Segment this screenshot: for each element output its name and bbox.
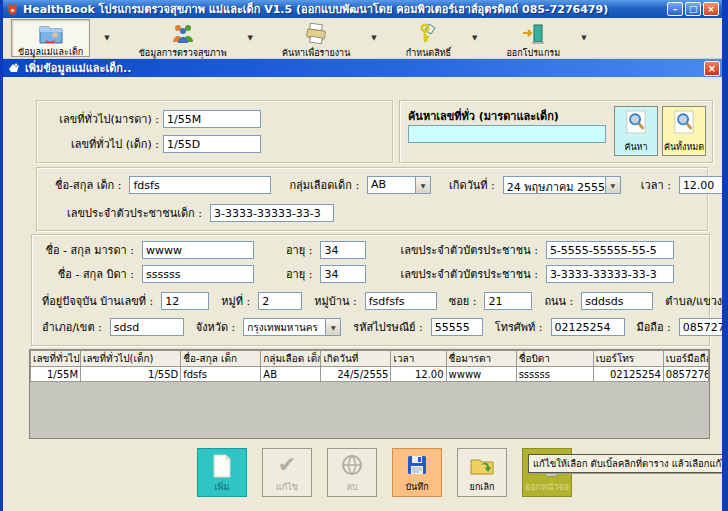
- toolbar-dropdown-icon[interactable]: ▼: [371, 34, 376, 42]
- cancel-button[interactable]: ยกเลิก: [457, 448, 507, 497]
- toolbar-dropdown-icon[interactable]: ▼: [581, 34, 586, 42]
- moo-label: หมู่ที่ :: [221, 292, 250, 310]
- mother-id-field[interactable]: [546, 241, 674, 259]
- postal-field[interactable]: [431, 318, 483, 336]
- toolbar-item-exit-program[interactable]: ออกโปรแกรม: [499, 19, 567, 57]
- grid-header: ชื่อมารดา: [446, 351, 516, 367]
- grid-cell[interactable]: 02125254: [593, 367, 663, 382]
- edit-button[interactable]: ✔ แก้ไข: [262, 448, 312, 497]
- father-id-field[interactable]: [546, 265, 674, 283]
- time-field[interactable]: [679, 176, 728, 194]
- toolbar-dropdown-icon[interactable]: ▼: [248, 34, 253, 42]
- floppy-disk-icon: [405, 453, 429, 477]
- amphoe-field[interactable]: [110, 318, 184, 336]
- search-button-label: ค้นหา: [624, 140, 647, 154]
- grid-header: เบอร์มือถือ: [663, 351, 708, 367]
- toolbar-dropdown-icon[interactable]: ▼: [104, 34, 109, 42]
- house-no-field[interactable]: [161, 292, 209, 310]
- birth-date-label: เกิดวันที่ :: [449, 176, 495, 194]
- soi-label: ซอย :: [449, 292, 477, 310]
- action-button-bar: เพิ่ม ✔ แก้ไข ลบ: [197, 448, 572, 497]
- phone-field[interactable]: [551, 318, 625, 336]
- mother-name-field[interactable]: [142, 241, 254, 259]
- exit-screen-button-label: ออกหน้าจอ: [525, 480, 569, 494]
- maximize-button[interactable]: □: [685, 2, 701, 16]
- form-window-title: เพิ่มข้อมูลแม่และเด็ก..: [25, 59, 704, 77]
- province-select[interactable]: กรุงเทพมหานคร ▼: [243, 318, 341, 336]
- father-name-field[interactable]: [142, 265, 254, 283]
- toolbar-item-mother-child-data[interactable]: ข้อมูลแม่และเด็ก: [11, 19, 90, 57]
- add-button[interactable]: เพิ่ม: [197, 448, 247, 497]
- exit-door-icon: [520, 22, 546, 46]
- grid-cell[interactable]: wwww: [446, 367, 516, 382]
- chevron-down-icon[interactable]: ▼: [605, 177, 620, 193]
- people-group-icon: [170, 22, 196, 46]
- grid-cell[interactable]: ssssss: [516, 367, 593, 382]
- add-button-label: เพิ่ม: [215, 480, 230, 494]
- village-field[interactable]: [365, 292, 437, 310]
- blood-group-value: AB: [368, 177, 415, 193]
- mother-age-field[interactable]: [320, 241, 366, 259]
- search-input[interactable]: [408, 125, 606, 143]
- grid-header: ชื่อบิดา: [516, 351, 593, 367]
- amphoe-label: อำเภอ/เขต :: [42, 318, 102, 336]
- edit-hint-note: แก้ไขให้เลือก ดับเบิ้ลคลิกที่ตาราง แล้วเ…: [528, 454, 728, 473]
- records-grid[interactable]: เลขที่ทั่วไป(มารดา) เลขที่ทั่วไป(เด็ก) ช…: [29, 349, 710, 439]
- child-number-field[interactable]: [163, 135, 261, 153]
- close-button[interactable]: ×: [703, 2, 719, 16]
- father-age-field[interactable]: [320, 265, 366, 283]
- toolbar-item-label: ค้นหาเพื่อรายงาน: [282, 46, 350, 60]
- toolbar-item-permissions[interactable]: กำหนดสิทธิ์: [399, 19, 458, 57]
- grid-cell[interactable]: 24/5/2555: [321, 367, 391, 382]
- save-button[interactable]: บันทึก: [392, 448, 442, 497]
- grid-cell[interactable]: 1/55M: [31, 367, 81, 382]
- chevron-down-icon[interactable]: ▼: [325, 319, 340, 335]
- form-area: เลขที่ทั่วไป(มารดา) : เลขที่ทั่วไป (เด็ก…: [3, 77, 722, 511]
- grid-cell[interactable]: 1/55D: [81, 367, 181, 382]
- toolbar-item-search-report[interactable]: ค้นหาเพื่อรายงาน: [275, 19, 357, 57]
- child-info-group: ชื่อ-สกุล เด็ก : กลุ่มเลือดเด็ก : AB ▼ เ…: [36, 167, 708, 231]
- father-age-label: อายุ :: [286, 265, 312, 283]
- globe-icon: [340, 453, 364, 477]
- search-button[interactable]: ค้นหา: [614, 106, 658, 156]
- grid-cell[interactable]: AB: [261, 367, 321, 382]
- check-icon: ✔: [278, 453, 296, 477]
- child-name-field[interactable]: [129, 176, 271, 194]
- form-close-button[interactable]: ×: [704, 61, 720, 76]
- blood-group-select[interactable]: AB ▼: [367, 176, 431, 194]
- road-field[interactable]: [581, 292, 653, 310]
- toolbar-item-label: ข้อมูลการตรวจสุขภาพ: [139, 46, 227, 60]
- mother-number-field[interactable]: [163, 110, 261, 128]
- mobile-field[interactable]: [679, 318, 728, 336]
- father-name-label: ชื่อ - สกุล บิดา :: [42, 265, 134, 283]
- title-bar: HealthBook โปรแกรมตรวจสุขภาพ แม่และเด็ก …: [3, 0, 722, 18]
- father-id-label: เลขประจำตัวบัตรประชาชน :: [400, 265, 537, 283]
- delete-button[interactable]: ลบ: [327, 448, 377, 497]
- child-citizen-id-label: เลขประจำตัวประชาชนเด็ก :: [67, 204, 202, 222]
- cancel-button-label: ยกเลิก: [470, 480, 495, 494]
- grid-cell[interactable]: 12.00: [391, 367, 446, 382]
- grid-header: ชื่อ-สกุล เด็ก: [181, 351, 261, 367]
- grid-cell[interactable]: fdsfs: [181, 367, 261, 382]
- toolbar-dropdown-icon[interactable]: ▼: [472, 34, 477, 42]
- blood-group-label: กลุ่มเลือดเด็ก :: [289, 176, 359, 194]
- grid-header-row: เลขที่ทั่วไป(มารดา) เลขที่ทั่วไป(เด็ก) ช…: [31, 351, 709, 367]
- main-toolbar: ข้อมูลแม่และเด็ก ▼ ข้อมูลการตรวจสุขภาพ ▼: [3, 18, 722, 59]
- birth-date-select[interactable]: 24 พฤษภาคม 2555 ▼: [503, 176, 621, 194]
- toolbar-item-health-check-data[interactable]: ข้อมูลการตรวจสุขภาพ: [132, 19, 234, 57]
- grid-cell[interactable]: 0857276479: [663, 367, 708, 382]
- grid-header: เวลา: [391, 351, 446, 367]
- parent-address-group: ชื่อ - สกุล มารดา : อายุ : เลขประจำตัวบั…: [31, 234, 710, 346]
- child-citizen-id-field[interactable]: [210, 204, 334, 222]
- magnifier-icon: [625, 110, 647, 134]
- minimize-button[interactable]: –: [667, 2, 683, 16]
- mother-name-label: ชื่อ - สกุล มารดา :: [42, 241, 134, 259]
- search-all-button[interactable]: ค้นทั้งหมด: [662, 106, 706, 156]
- grid-header: เลขที่ทั่วไป(มารดา): [31, 351, 81, 367]
- chevron-down-icon[interactable]: ▼: [415, 177, 430, 193]
- toolbar-item-label: ข้อมูลแม่และเด็ก: [18, 45, 83, 59]
- grid-data-row[interactable]: 1/55M 1/55D fdsfs AB 24/5/2555 12.00 www…: [31, 367, 709, 382]
- soi-field[interactable]: [484, 292, 532, 310]
- moo-field[interactable]: [258, 292, 302, 310]
- grid-header: กลุ่มเลือด เด็ก: [261, 351, 321, 367]
